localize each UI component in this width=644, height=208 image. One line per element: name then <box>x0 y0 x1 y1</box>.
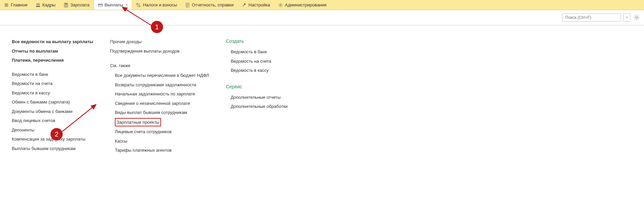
link-statements-accounts[interactable]: Ведомости на счета <box>12 79 93 88</box>
nav-personnel[interactable]: Кадры <box>32 0 60 10</box>
annotation-2: 2 <box>51 128 63 140</box>
annotation-1: 1 <box>151 21 163 33</box>
nav-label: Главное <box>11 2 28 7</box>
nav-settings[interactable]: Настройка <box>238 0 274 10</box>
nav-reports[interactable]: Отчетность, справки <box>181 0 238 10</box>
percent-icon <box>136 3 141 7</box>
link-bank-exchange-docs[interactable]: Документы обмена с банками <box>12 107 93 116</box>
nav-taxes[interactable]: Налоги и взносы <box>132 0 181 10</box>
calculator-icon <box>64 3 68 7</box>
content-area: Все ведомости на выплату зарплаты Отчеты… <box>0 25 644 158</box>
svg-point-7 <box>65 6 65 6</box>
link-income-confirmations[interactable]: Подтверждения выплаты доходов <box>110 47 209 56</box>
svg-point-1 <box>38 3 39 5</box>
link-payment-reports[interactable]: Отчеты по выплатам <box>12 47 93 56</box>
link-all-statements[interactable]: Все ведомости на выплату зарплаты <box>12 37 93 47</box>
link-employee-debt-returns[interactable]: Возвраты сотрудниками задолженности <box>110 80 209 90</box>
svg-point-13 <box>139 5 140 7</box>
svg-point-0 <box>36 3 38 5</box>
link-former-employee-payments[interactable]: Выплаты бывшим сотрудникам <box>12 144 93 153</box>
heading-service: Сервис <box>226 83 303 91</box>
highlight-salary-projects: Зарплатные проекты <box>115 118 161 127</box>
close-icon: × <box>625 15 628 20</box>
panel-settings-button[interactable] <box>633 13 641 22</box>
svg-rect-11 <box>98 4 102 5</box>
svg-point-12 <box>137 3 138 4</box>
nav-label: Настройка <box>249 2 270 7</box>
link-payments-transfers[interactable]: Платежи, перечисления <box>12 56 93 65</box>
search-input[interactable] <box>562 13 621 22</box>
link-uncredited-salary-info[interactable]: Сведения о незачисленной зарплате <box>110 99 209 108</box>
link-bank-exchange[interactable]: Обмен с банками (зарплата) <box>12 97 93 107</box>
link-create-account-statement[interactable]: Ведомость на счета <box>226 57 303 66</box>
subheader: × <box>0 10 644 25</box>
gear-icon <box>634 14 640 21</box>
svg-point-6 <box>66 5 67 6</box>
nav-salary[interactable]: Зарплата <box>60 0 94 10</box>
svg-rect-3 <box>65 3 67 4</box>
link-personal-accounts-input[interactable]: Ввод лицевых счетов <box>12 116 93 125</box>
nav-admin[interactable]: Администрирование <box>274 0 331 10</box>
link-initial-salary-debt[interactable]: Начальная задолженность по зарплате <box>110 89 209 99</box>
svg-rect-10 <box>98 4 102 6</box>
svg-point-9 <box>66 6 67 6</box>
link-statements-bank[interactable]: Ведомости в банк <box>12 70 93 79</box>
link-employee-accounts[interactable]: Лицевые счета сотрудников <box>110 127 209 137</box>
link-salary-projects[interactable]: Зарплатные проекты <box>117 120 159 125</box>
link-create-cash-statement[interactable]: Ведомость в кассу <box>226 66 303 75</box>
nav-label: Отчетность, справки <box>192 2 234 7</box>
document-icon <box>185 3 190 7</box>
svg-point-4 <box>65 5 65 6</box>
svg-point-20 <box>636 17 638 19</box>
nav-label: Кадры <box>42 2 56 7</box>
search-clear-button[interactable]: × <box>623 13 631 22</box>
link-create-bank-statement[interactable]: Ведомость в банк <box>226 47 303 57</box>
svg-point-8 <box>66 6 66 6</box>
menu-icon <box>4 3 9 7</box>
link-statements-cash[interactable]: Ведомости в кассу <box>12 88 93 98</box>
link-additional-reports[interactable]: Дополнительные отчеты <box>226 93 303 102</box>
svg-line-14 <box>137 3 140 6</box>
link-cash-desks[interactable]: Кассы <box>110 137 209 146</box>
column-2: Прочие доходы Подтверждения выплаты дохо… <box>110 37 209 155</box>
chevron-down-icon <box>126 4 128 6</box>
top-navigation-bar: Главное Кадры Зарплата Выплаты Налоги и … <box>0 0 644 10</box>
wallet-icon <box>98 3 103 7</box>
nav-label: Налоги и взносы <box>143 2 177 7</box>
link-payment-agent-tariffs[interactable]: Тарифы платежных агентов <box>110 146 209 155</box>
link-additional-processings[interactable]: Дополнительные обработки <box>226 102 303 111</box>
svg-point-19 <box>280 4 281 5</box>
nav-payments[interactable]: Выплаты <box>94 0 132 10</box>
nav-label: Зарплата <box>70 2 90 7</box>
wrench-icon <box>242 3 247 7</box>
people-icon <box>36 3 40 7</box>
svg-point-5 <box>66 5 66 6</box>
column-3: Создать Ведомость в банк Ведомость на сч… <box>226 37 303 155</box>
nav-label: Администрирование <box>285 2 327 7</box>
link-ndfl-budget-docs[interactable]: Все документы перечисления в бюджет НДФЛ <box>110 71 209 80</box>
link-other-income[interactable]: Прочие доходы <box>110 37 209 47</box>
heading-create: Создать <box>226 37 303 45</box>
section-see-also: См. также <box>110 62 209 69</box>
nav-main[interactable]: Главное <box>0 0 32 10</box>
gear-icon <box>278 3 283 7</box>
link-former-employee-payment-types[interactable]: Виды выплат бывшим сотрудникам <box>110 108 209 117</box>
nav-label: Выплаты <box>105 2 123 7</box>
